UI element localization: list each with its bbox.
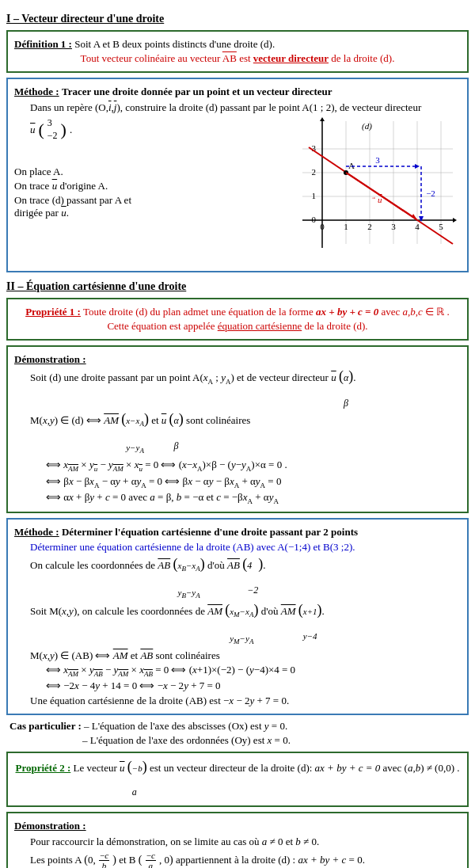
demo1-line4: ⟺ βx − βxA − αy + αyA = 0 ⟺ βx − αy − βx… (46, 475, 461, 489)
methode1-label: Méthode : (14, 86, 59, 97)
dot: . (70, 124, 72, 136)
demo2-label-text: Démonstration : (14, 820, 86, 832)
def1-text2: Tout vecteur colinéaire au vecteur AB es… (14, 52, 461, 65)
svg-text:4: 4 (415, 222, 420, 231)
definition1-text: Définition 1 : Soit A et B deux points d… (14, 38, 461, 51)
step1: On place A. (14, 166, 279, 178)
methode2-label: Méthode : (14, 526, 59, 538)
prop1-text2: Cette équation est appelée équation cart… (14, 320, 461, 333)
section2-title: II – Équation cartésienne d'une droite (6, 280, 469, 293)
graph-svg: 0 1 2 3 4 5 0 1 2 3 (d) (287, 117, 461, 260)
paren-l: ( (39, 121, 44, 139)
text-col: u ( 3 −2 ) . On place A. On trace u d'or… (14, 117, 279, 221)
prop2-body: Le vecteur u (−ba) est un vecteur direct… (74, 762, 460, 774)
svg-text:1: 1 (344, 222, 348, 231)
step3: On trace (d) passant par A etdirigée par… (14, 194, 279, 219)
svg-text:5: 5 (439, 222, 443, 231)
svg-text:(d): (d) (362, 121, 372, 131)
def1-text1: Soit A et B deux points distincts d'une … (74, 38, 275, 50)
svg-text:A: A (348, 161, 355, 170)
step2: On trace u d'origine A. (14, 180, 279, 192)
demo2-box: Démonstration : Pour raccourcir la démon… (6, 812, 469, 868)
demo2-label: Démonstration : (14, 820, 461, 832)
section1-title: I – Vecteur directeur d'une droite (6, 13, 469, 25)
definition1-box: Définition 1 : Soit A et B deux points d… (6, 30, 469, 73)
m2-line4: ⟺ xAM × yAB − yAM × xAB = 0 ⟺ (x+1)×(−2)… (46, 664, 461, 678)
methode1-box: Méthode : Tracer une droite donnée par u… (6, 78, 469, 272)
svg-text:2: 2 (312, 167, 317, 177)
propriete2-box: Propriété 2 : Le vecteur u (−ba) est un … (6, 752, 469, 807)
demo2-line1: Pour raccourcir la démonstration, on se … (30, 836, 461, 848)
methode2-header: Méthode : Déterminer l'équation cartésie… (14, 526, 461, 539)
svg-text:0: 0 (320, 222, 325, 231)
svg-rect-0 (302, 121, 457, 252)
m2-line3: M(x,y) ∈ (AB) ⟺ AM et AB sont colinéaire… (30, 649, 461, 662)
matrix-top: 3 (48, 117, 52, 130)
methode1-content: u ( 3 −2 ) . On place A. On trace u d'or… (14, 117, 461, 263)
propriete1-box: Propriété 1 : Toute droite (d) du plan a… (6, 298, 469, 341)
cas-line2: – L'équation de l'axe des ordonnées (Oy)… (82, 734, 466, 747)
methode2-title: Déterminer l'équation cartésienne d'une … (62, 526, 358, 538)
svg-text:u: u (378, 195, 382, 204)
cas-particulier: Cas particulier : – L'équation de l'axe … (6, 720, 469, 747)
graph-col: 0 1 2 3 4 5 0 1 2 3 (d) (287, 117, 461, 263)
methode2-subtitle: Déterminer une équation cartésienne de l… (30, 541, 461, 554)
prop2-label: Propriété 2 : (16, 762, 71, 774)
svg-text:−2: −2 (426, 188, 435, 198)
matrix-bot: −2 (48, 130, 58, 143)
matrix-vals: 3 −2 (48, 117, 58, 142)
svg-marker-14 (320, 117, 325, 121)
cas-title: Cas particulier : – L'équation de l'axe … (10, 720, 466, 733)
prop2-text: Propriété 2 : Le vecteur u (−ba) est un … (14, 760, 461, 799)
demo1-line5: ⟺ αx + βy + c = 0 avec a = β, b = −α et … (46, 491, 461, 505)
demo1-label: Démonstration : (14, 353, 461, 366)
vector-u: u ( 3 −2 ) . (30, 117, 279, 142)
prop1-label: Propriété 1 : (25, 306, 81, 318)
svg-text:1: 1 (312, 191, 317, 200)
svg-text:3: 3 (375, 155, 380, 165)
methode1-intro: Dans un repère (O,i,j), construire la dr… (30, 101, 461, 114)
svg-text:0: 0 (312, 215, 317, 224)
def1-label: Définition 1 : (14, 38, 72, 50)
m2-line5: ⟺ −2x − 4y + 14 = 0 ⟺ −x − 2y + 7 = 0 (46, 680, 461, 692)
demo1-line1: Soit (d) une droite passant par un point… (30, 369, 461, 409)
methode1-title: Tracer une droite donnée par un point et… (62, 86, 332, 97)
demo1-line3: ⟺ xAM × yu − yAM × xu = 0 ⟺ (x−xA)×β − (… (46, 459, 461, 473)
paren-r: ) (61, 121, 66, 139)
methode2-box: Méthode : Déterminer l'équation cartésie… (6, 518, 469, 715)
prop1-body: Toute droite (d) du plan admet une équat… (83, 306, 450, 318)
m2-line1: On calcule les coordonnées de AB (xB−xAy… (30, 557, 461, 601)
svg-text:3: 3 (391, 222, 396, 231)
demo1-line2: M(x,y) ∈ (d) ⟺ AM (x−xAy−yA) et u (αβ) s… (30, 412, 461, 456)
m2-line6: Une équation cartésienne de la droite (A… (30, 695, 461, 707)
svg-text:2: 2 (367, 222, 372, 231)
methode1-header: Méthode : Tracer une droite donnée par u… (14, 86, 461, 98)
demo2-line2: Les points A (0, −cb ) et B ( −ca , 0) a… (30, 851, 461, 868)
demo1-label-text: Démonstration : (14, 353, 86, 365)
demo1-box: Démonstration : Soit (d) une droite pass… (6, 345, 469, 513)
m2-line2: Soit M(x,y), on calcule les coordonnées … (30, 603, 461, 647)
prop1-text: Propriété 1 : Toute droite (d) du plan a… (14, 306, 461, 318)
